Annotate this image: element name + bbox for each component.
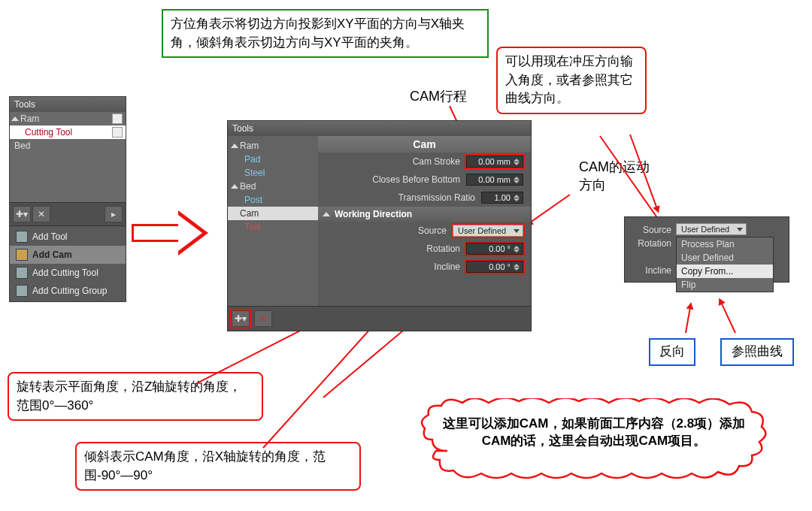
caret-icon <box>11 116 19 121</box>
cam-icon <box>16 249 28 261</box>
tree-cam-label: Cam <box>240 208 259 219</box>
trans-label: Transmission Ratio <box>321 192 475 203</box>
spinner-icon[interactable] <box>514 159 520 165</box>
tree-ram[interactable]: Ram <box>228 139 318 153</box>
spinner-icon[interactable] <box>514 177 520 183</box>
delete-button[interactable]: ✕ <box>254 310 272 327</box>
tree-cutting-tool[interactable]: Cutting Tool <box>10 125 126 139</box>
tree-steel-label: Steel <box>244 168 265 178</box>
annotation-cam-stroke-label: CAM行程 <box>410 87 467 105</box>
tools-panel-large: Tools Ram Pad Steel Bed Post Cam Tool Ca… <box>227 120 532 331</box>
tree-post[interactable]: Post <box>228 193 318 207</box>
row-source: Source User Defined <box>318 222 531 240</box>
tree-ram[interactable]: Ram <box>10 112 126 125</box>
row-incline: Incline 0.00 ° <box>318 258 531 276</box>
row-rotation: Rotation 0.00 ° <box>318 240 531 258</box>
row-cam-stroke: Cam Stroke 0.00 mm <box>318 153 531 171</box>
cutting-group-icon <box>16 285 28 297</box>
menu-add-cam[interactable]: Add Cam <box>10 246 126 264</box>
caret-icon <box>231 184 238 189</box>
add-dropdown-button[interactable]: ✚▾ <box>232 310 250 327</box>
spinner-icon[interactable] <box>514 264 520 271</box>
option-copy-from[interactable]: Copy From... <box>677 265 773 278</box>
pointer-cam-motion <box>526 194 570 225</box>
source-value: User Defined <box>458 226 506 235</box>
caret-icon <box>231 144 238 148</box>
source-dropdown[interactable]: User Defined <box>453 225 523 237</box>
color-swatch[interactable] <box>112 113 123 124</box>
rotation-value: 0.00 ° <box>489 244 511 253</box>
bottom-toolbar: ✚▾ ✕ <box>228 306 531 331</box>
closes-input[interactable]: 0.00 mm <box>466 174 523 186</box>
menu-add-cutting-tool-label: Add Cutting Tool <box>32 268 98 278</box>
pointer-flip <box>685 303 692 333</box>
color-swatch[interactable] <box>112 127 123 138</box>
menu-add-cam-label: Add Cam <box>32 249 72 260</box>
tools-tree-large: Ram Pad Steel Bed Post Cam Tool <box>228 136 318 306</box>
delete-button[interactable]: ✕ <box>32 206 50 222</box>
tree-bed-label: Bed <box>14 141 30 151</box>
option-process-plan[interactable]: Process Plan <box>677 237 773 251</box>
option-user-defined[interactable]: User Defined <box>677 251 773 265</box>
add-menu: Add Tool Add Cam Add Cutting Tool Add Cu… <box>10 225 126 301</box>
spinner-icon[interactable] <box>514 246 520 252</box>
tool-icon <box>16 231 28 243</box>
cam-stroke-label: Cam Stroke <box>321 156 460 167</box>
big-arrow-icon <box>132 210 214 256</box>
incline-input[interactable]: 0.00 ° <box>466 261 523 273</box>
cutting-tool-icon <box>16 267 28 279</box>
annotation-flip: 反向 <box>649 338 695 366</box>
source-options-list: Process Plan User Defined Copy From... F… <box>676 237 774 292</box>
tree-ram-label: Ram <box>20 113 39 124</box>
source-label: Source <box>321 225 447 236</box>
tree-bed-label: Bed <box>240 181 256 192</box>
annotation-cam-motion-label: CAM的运动方向 <box>579 158 654 194</box>
tree-bed[interactable]: Bed <box>228 180 318 193</box>
working-direction-section[interactable]: Working Direction <box>318 207 531 222</box>
tree-ram-label: Ram <box>240 141 259 151</box>
caret-icon <box>323 212 330 216</box>
rotation-input[interactable]: 0.00 ° <box>466 243 523 255</box>
src-source-dropdown[interactable]: User Defined <box>676 223 747 235</box>
tree-tool[interactable]: Tool <box>228 220 318 234</box>
trans-input[interactable]: 1.00 <box>481 192 523 204</box>
flag-button[interactable]: ▸ <box>105 206 123 222</box>
menu-add-cutting-group[interactable]: Add Cutting Group <box>10 282 126 300</box>
menu-add-tool[interactable]: Add Tool <box>10 228 126 246</box>
row-closes-before-bottom: Closes Before Bottom 0.00 mm <box>318 171 531 189</box>
trans-value: 1.00 <box>495 193 511 202</box>
annotation-incline: 倾斜表示CAM角度，沿X轴旋转的角度，范围-90°—90° <box>75 442 361 491</box>
mini-toolbar: ✚▾ ✕ ▸ <box>10 202 126 225</box>
incline-value: 0.00 ° <box>489 262 511 271</box>
closes-value: 0.00 mm <box>478 175 511 184</box>
tree-pad-label: Pad <box>244 154 260 165</box>
tree-tool-label: Tool <box>244 222 261 232</box>
menu-add-tool-label: Add Tool <box>32 231 67 242</box>
cam-stroke-value: 0.00 mm <box>478 157 511 166</box>
cam-properties: Cam Cam Stroke 0.00 mm Closes Before Bot… <box>318 136 531 306</box>
annotation-azimuth-incline: 方位角表示将切边方向投影到XY平面的方向与X轴夹角，倾斜角表示切边方向与XY平面… <box>162 9 489 58</box>
cam-stroke-input[interactable]: 0.00 mm <box>466 156 523 168</box>
tree-cam[interactable]: Cam <box>228 207 318 220</box>
tree-bed[interactable]: Bed <box>10 139 126 153</box>
src-incline-label: Incline <box>629 247 671 276</box>
tree-pad[interactable]: Pad <box>228 153 318 166</box>
src-source-value: User Defined <box>681 225 729 234</box>
tree-steel[interactable]: Steel <box>228 166 318 180</box>
menu-add-cutting-tool[interactable]: Add Cutting Tool <box>10 264 126 282</box>
src-source-label: Source <box>629 223 671 235</box>
source-dropdown-panel: Source User Defined Rotation Process Pla… <box>624 216 789 283</box>
incline-label: Incline <box>321 262 460 272</box>
closes-label: Closes Before Bottom <box>321 174 460 185</box>
cam-header: Cam <box>318 136 531 153</box>
spinner-icon[interactable] <box>514 195 520 201</box>
add-dropdown-button[interactable]: ✚▾ <box>13 206 31 222</box>
option-flip[interactable]: Flip <box>677 278 773 292</box>
rotation-label: Rotation <box>321 243 460 254</box>
tools-panel-small: Tools Ram Cutting Tool Bed ✚▾ ✕ ▸ Add To… <box>9 96 126 302</box>
tree-post-label: Post <box>244 195 262 205</box>
tree-cutting-tool-label: Cutting Tool <box>25 127 72 138</box>
pointer-copyfrom <box>719 298 736 333</box>
annotation-rotation: 旋转表示平面角度，沿Z轴旋转的角度，范围0°—360° <box>8 372 263 421</box>
tools-tree: Ram Cutting Tool Bed <box>10 112 126 202</box>
